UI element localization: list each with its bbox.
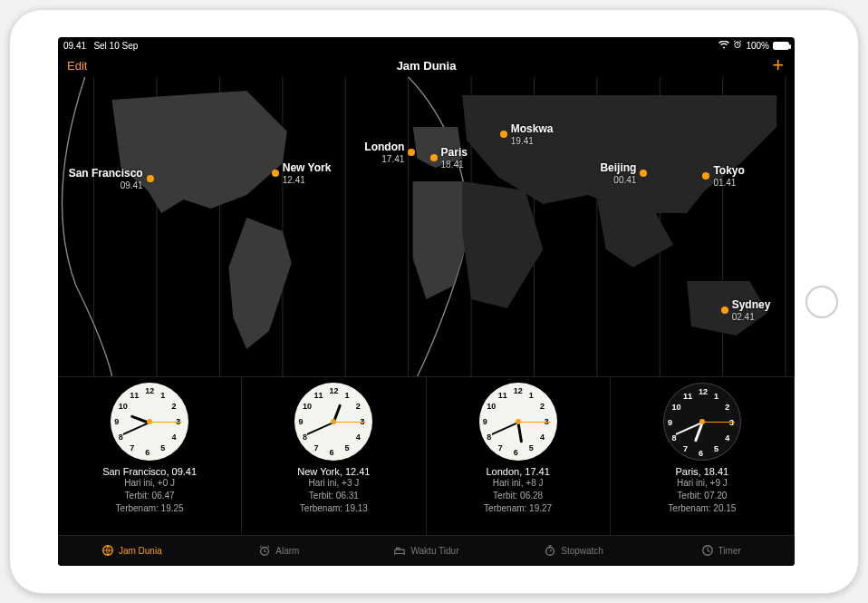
- map-pin-label: London17.41: [364, 141, 404, 164]
- clock-offset: Hari ini, +3 J: [308, 477, 359, 490]
- clock-cell-london[interactable]: 121234567891011London, 17.41Hari ini, +8…: [427, 377, 611, 536]
- svg-rect-15: [395, 550, 405, 553]
- home-button[interactable]: [805, 286, 838, 318]
- map-pin-sydney[interactable]: Sydney02.41: [721, 298, 771, 322]
- map-pin-dot: [721, 306, 728, 314]
- app-screen: 09.41 Sel 10 Sep 100% Edit Jam Dunia +: [58, 37, 795, 566]
- map-pin-new-york[interactable]: New York12.41: [272, 161, 332, 185]
- map-pin-dot: [408, 149, 415, 156]
- map-pin-dot: [702, 172, 709, 180]
- world-map-svg: [58, 77, 795, 376]
- clock-sunrise: Terbit: 07.20: [677, 490, 727, 502]
- tab-timer[interactable]: Timer: [647, 536, 795, 566]
- clock-sunset: Terbenam: 19.13: [300, 502, 368, 515]
- map-pin-tokyo[interactable]: Tokyo01.41: [702, 164, 744, 188]
- clock-sunset: Terbenam: 20.15: [668, 502, 736, 515]
- status-bar: 09.41 Sel 10 Sep 100%: [58, 37, 795, 53]
- map-pin-dot: [430, 154, 438, 161]
- battery-pct: 100%: [746, 41, 769, 51]
- map-pin-label: Sydney02.41: [732, 298, 771, 322]
- map-pin-london[interactable]: London17.41: [364, 141, 415, 164]
- nav-bar: Edit Jam Dunia +: [58, 53, 795, 77]
- analog-clock-face: 121234567891011: [663, 383, 741, 461]
- map-pin-label: Beijing00.41: [600, 161, 636, 185]
- clock-sunset: Terbenam: 19.25: [116, 502, 184, 515]
- tab-label: Waktu Tidur: [410, 546, 458, 556]
- clock-cell-new-york[interactable]: 121234567891011New York, 12.41Hari ini, …: [242, 377, 426, 536]
- tab-bar: Jam DuniaAlarmWaktu TidurStopwatchTimer: [58, 535, 795, 566]
- clock-offset: Hari ini, +9 J: [677, 477, 728, 490]
- clock-sunrise: Terbit: 06.28: [493, 490, 543, 502]
- clock-sunset: Terbenam: 19.27: [484, 502, 552, 515]
- clock-sunrise: Terbit: 06.31: [309, 490, 359, 502]
- clock-city-time: Paris, 18.41: [676, 466, 729, 477]
- clock-row[interactable]: 121234567891011San Francisco, 09.41Hari …: [58, 376, 795, 536]
- map-pin-dot: [640, 170, 647, 177]
- statusbar-time: 09.41: [63, 41, 86, 51]
- map-pin-moskwa[interactable]: Moskwa19.41: [500, 122, 554, 146]
- tab-stopwatch[interactable]: Stopwatch: [500, 536, 648, 566]
- wifi-icon: [719, 41, 729, 51]
- bedtime-icon: [393, 544, 406, 559]
- map-pin-label: Paris18.41: [441, 146, 468, 170]
- map-pin-dot: [272, 170, 279, 177]
- alarm-icon: [258, 544, 271, 559]
- page-title: Jam Dunia: [397, 59, 457, 73]
- clock-city-time: San Francisco, 09.41: [102, 466, 197, 477]
- map-pin-label: New York12.41: [283, 161, 332, 185]
- clock-city-time: New York, 12.41: [297, 466, 370, 477]
- tab-world[interactable]: Jam Dunia: [58, 536, 206, 566]
- clock-offset: Hari ini, +0 J: [124, 477, 175, 490]
- map-pin-label: Tokyo01.41: [713, 164, 744, 188]
- battery-icon: [773, 42, 789, 50]
- timer-icon: [701, 544, 714, 559]
- tab-label: Alarm: [275, 546, 299, 556]
- world-map[interactable]: San Francisco09.41New York12.41London17.…: [58, 77, 795, 376]
- tab-label: Jam Dunia: [119, 546, 162, 556]
- world-icon: [101, 544, 114, 559]
- analog-clock-face: 121234567891011: [479, 383, 557, 461]
- clock-cell-paris[interactable]: 121234567891011Paris, 18.41Hari ini, +9 …: [611, 377, 795, 536]
- map-pin-dot: [147, 175, 154, 182]
- tab-alarm[interactable]: Alarm: [206, 536, 353, 566]
- analog-clock-face: 121234567891011: [294, 383, 372, 461]
- ipad-frame: 09.41 Sel 10 Sep 100% Edit Jam Dunia +: [9, 9, 859, 594]
- add-button[interactable]: +: [772, 55, 784, 75]
- stopwatch-icon: [544, 544, 556, 559]
- statusbar-date: Sel 10 Sep: [93, 41, 138, 51]
- clock-offset: Hari ini, +8 J: [493, 477, 544, 490]
- map-pin-beijing[interactable]: Beijing00.41: [600, 161, 647, 185]
- clock-sunrise: Terbit: 06.47: [125, 490, 175, 502]
- edit-button[interactable]: Edit: [67, 59, 87, 73]
- map-pin-paris[interactable]: Paris18.41: [430, 146, 468, 170]
- map-pin-label: Moskwa19.41: [511, 122, 554, 146]
- clock-cell-san-francisco[interactable]: 121234567891011San Francisco, 09.41Hari …: [58, 377, 242, 536]
- tab-label: Timer: [719, 546, 741, 556]
- tab-label: Stopwatch: [561, 546, 603, 556]
- map-pin-dot: [500, 131, 507, 138]
- map-pin-san-francisco[interactable]: San Francisco09.41: [69, 167, 154, 190]
- alarm-status-icon: [733, 40, 742, 51]
- map-pin-label: San Francisco09.41: [69, 167, 143, 190]
- clock-city-time: London, 17.41: [486, 466, 549, 477]
- analog-clock-face: 121234567891011: [111, 383, 188, 461]
- tab-bedtime[interactable]: Waktu Tidur: [352, 536, 500, 566]
